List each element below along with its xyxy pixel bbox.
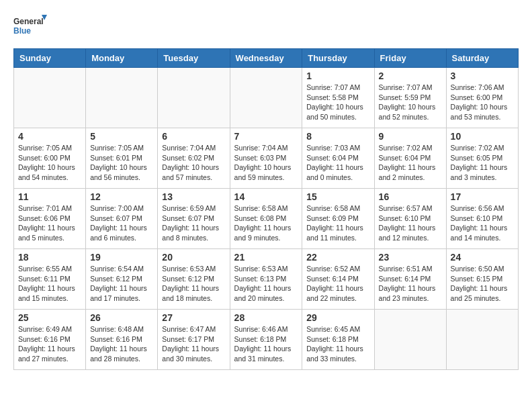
day-number: 5 (90, 131, 153, 142)
day-number: 4 (18, 131, 81, 142)
day-cell: 1Sunrise: 7:07 AMSunset: 5:58 PMDaylight… (302, 68, 374, 128)
col-header-thursday: Thursday (302, 49, 374, 68)
day-cell: 26Sunrise: 6:48 AMSunset: 6:16 PMDayligh… (86, 310, 158, 370)
day-info: Sunrise: 6:51 AMSunset: 6:14 PMDaylight:… (379, 264, 442, 304)
week-row-4: 18Sunrise: 6:55 AMSunset: 6:11 PMDayligh… (14, 249, 519, 310)
day-number: 13 (162, 191, 225, 202)
day-cell: 5Sunrise: 7:05 AMSunset: 6:01 PMDaylight… (86, 128, 158, 189)
day-info: Sunrise: 7:07 AMSunset: 5:58 PMDaylight:… (306, 83, 369, 122)
day-number: 16 (379, 191, 442, 202)
day-cell: 21Sunrise: 6:53 AMSunset: 6:13 PMDayligh… (230, 249, 302, 310)
day-info: Sunrise: 6:58 AMSunset: 6:08 PMDaylight:… (234, 203, 298, 243)
day-cell: 8Sunrise: 7:03 AMSunset: 6:04 PMDaylight… (302, 128, 374, 189)
day-cell: 28Sunrise: 6:46 AMSunset: 6:18 PMDayligh… (230, 310, 302, 370)
week-row-1: 1Sunrise: 7:07 AMSunset: 5:58 PMDaylight… (14, 68, 519, 128)
day-cell (158, 68, 230, 128)
day-number: 17 (451, 191, 514, 202)
day-cell: 3Sunrise: 7:06 AMSunset: 6:00 PMDaylight… (446, 68, 518, 128)
day-cell (14, 68, 86, 128)
day-cell: 16Sunrise: 6:57 AMSunset: 6:10 PMDayligh… (374, 189, 446, 249)
day-number: 14 (234, 191, 298, 202)
day-cell: 12Sunrise: 7:00 AMSunset: 6:07 PMDayligh… (86, 189, 158, 249)
day-info: Sunrise: 6:53 AMSunset: 6:13 PMDaylight:… (234, 264, 298, 304)
day-cell: 17Sunrise: 6:56 AMSunset: 6:10 PMDayligh… (446, 189, 518, 249)
day-info: Sunrise: 7:03 AMSunset: 6:04 PMDaylight:… (306, 143, 369, 183)
day-number: 6 (162, 131, 225, 142)
day-cell (86, 68, 158, 128)
day-info: Sunrise: 6:52 AMSunset: 6:14 PMDaylight:… (306, 264, 369, 304)
day-number: 18 (18, 252, 81, 263)
svg-text:Blue: Blue (13, 26, 31, 36)
day-info: Sunrise: 6:45 AMSunset: 6:18 PMDaylight:… (306, 324, 369, 364)
day-info: Sunrise: 6:49 AMSunset: 6:16 PMDaylight:… (18, 324, 81, 364)
day-cell: 18Sunrise: 6:55 AMSunset: 6:11 PMDayligh… (14, 249, 86, 310)
day-number: 8 (306, 131, 369, 142)
day-cell (446, 310, 518, 370)
day-cell: 9Sunrise: 7:02 AMSunset: 6:04 PMDaylight… (374, 128, 446, 189)
col-header-friday: Friday (374, 49, 446, 68)
day-cell: 7Sunrise: 7:04 AMSunset: 6:03 PMDaylight… (230, 128, 302, 189)
day-info: Sunrise: 6:55 AMSunset: 6:11 PMDaylight:… (18, 264, 81, 304)
day-info: Sunrise: 6:50 AMSunset: 6:15 PMDaylight:… (451, 264, 514, 304)
day-info: Sunrise: 7:01 AMSunset: 6:06 PMDaylight:… (18, 203, 81, 243)
week-row-3: 11Sunrise: 7:01 AMSunset: 6:06 PMDayligh… (14, 189, 519, 249)
day-cell: 20Sunrise: 6:53 AMSunset: 6:12 PMDayligh… (158, 249, 230, 310)
col-header-wednesday: Wednesday (230, 49, 302, 68)
day-cell: 11Sunrise: 7:01 AMSunset: 6:06 PMDayligh… (14, 189, 86, 249)
col-header-monday: Monday (86, 49, 158, 68)
day-info: Sunrise: 7:04 AMSunset: 6:03 PMDaylight:… (234, 143, 298, 183)
header: General Blue (13, 13, 519, 42)
day-number: 22 (306, 252, 369, 263)
logo: General Blue (13, 13, 47, 42)
day-cell: 23Sunrise: 6:51 AMSunset: 6:14 PMDayligh… (374, 249, 446, 310)
day-number: 24 (451, 252, 514, 263)
day-info: Sunrise: 6:53 AMSunset: 6:12 PMDaylight:… (162, 264, 225, 304)
day-cell: 6Sunrise: 7:04 AMSunset: 6:02 PMDaylight… (158, 128, 230, 189)
day-info: Sunrise: 6:59 AMSunset: 6:07 PMDaylight:… (162, 203, 225, 243)
day-info: Sunrise: 6:46 AMSunset: 6:18 PMDaylight:… (234, 324, 298, 364)
day-number: 11 (18, 191, 81, 202)
day-cell: 19Sunrise: 6:54 AMSunset: 6:12 PMDayligh… (86, 249, 158, 310)
day-info: Sunrise: 6:57 AMSunset: 6:10 PMDaylight:… (379, 203, 442, 243)
calendar-table: SundayMondayTuesdayWednesdayThursdayFrid… (13, 48, 519, 370)
col-header-saturday: Saturday (446, 49, 518, 68)
day-cell: 13Sunrise: 6:59 AMSunset: 6:07 PMDayligh… (158, 189, 230, 249)
day-number: 27 (162, 312, 225, 323)
day-info: Sunrise: 7:06 AMSunset: 6:00 PMDaylight:… (451, 83, 514, 122)
day-number: 9 (379, 131, 442, 142)
day-number: 10 (451, 131, 514, 142)
day-info: Sunrise: 6:48 AMSunset: 6:16 PMDaylight:… (90, 324, 153, 364)
day-number: 23 (379, 252, 442, 263)
calendar-header-row: SundayMondayTuesdayWednesdayThursdayFrid… (14, 49, 519, 68)
day-info: Sunrise: 7:07 AMSunset: 5:59 PMDaylight:… (379, 83, 442, 122)
day-number: 1 (306, 71, 369, 81)
day-cell: 10Sunrise: 7:02 AMSunset: 6:05 PMDayligh… (446, 128, 518, 189)
day-number: 2 (379, 71, 442, 81)
day-cell: 25Sunrise: 6:49 AMSunset: 6:16 PMDayligh… (14, 310, 86, 370)
logo-svg: General Blue (13, 13, 47, 42)
day-cell: 22Sunrise: 6:52 AMSunset: 6:14 PMDayligh… (302, 249, 374, 310)
day-info: Sunrise: 6:58 AMSunset: 6:09 PMDaylight:… (306, 203, 369, 243)
col-header-tuesday: Tuesday (158, 49, 230, 68)
day-number: 26 (90, 312, 153, 323)
day-number: 21 (234, 252, 298, 263)
day-info: Sunrise: 7:04 AMSunset: 6:02 PMDaylight:… (162, 143, 225, 183)
day-number: 7 (234, 131, 298, 142)
svg-text:General: General (13, 17, 44, 26)
day-number: 15 (306, 191, 369, 202)
day-cell: 14Sunrise: 6:58 AMSunset: 6:08 PMDayligh… (230, 189, 302, 249)
day-number: 29 (306, 312, 369, 323)
day-info: Sunrise: 6:54 AMSunset: 6:12 PMDaylight:… (90, 264, 153, 304)
day-cell: 4Sunrise: 7:05 AMSunset: 6:00 PMDaylight… (14, 128, 86, 189)
day-cell: 15Sunrise: 6:58 AMSunset: 6:09 PMDayligh… (302, 189, 374, 249)
week-row-2: 4Sunrise: 7:05 AMSunset: 6:00 PMDaylight… (14, 128, 519, 189)
day-info: Sunrise: 7:05 AMSunset: 6:01 PMDaylight:… (90, 143, 153, 183)
day-cell (374, 310, 446, 370)
day-cell: 24Sunrise: 6:50 AMSunset: 6:15 PMDayligh… (446, 249, 518, 310)
day-info: Sunrise: 7:05 AMSunset: 6:00 PMDaylight:… (18, 143, 81, 183)
day-info: Sunrise: 7:02 AMSunset: 6:04 PMDaylight:… (379, 143, 442, 183)
day-info: Sunrise: 7:02 AMSunset: 6:05 PMDaylight:… (451, 143, 514, 183)
day-info: Sunrise: 6:56 AMSunset: 6:10 PMDaylight:… (451, 203, 514, 243)
day-info: Sunrise: 6:47 AMSunset: 6:17 PMDaylight:… (162, 324, 225, 364)
day-number: 12 (90, 191, 153, 202)
